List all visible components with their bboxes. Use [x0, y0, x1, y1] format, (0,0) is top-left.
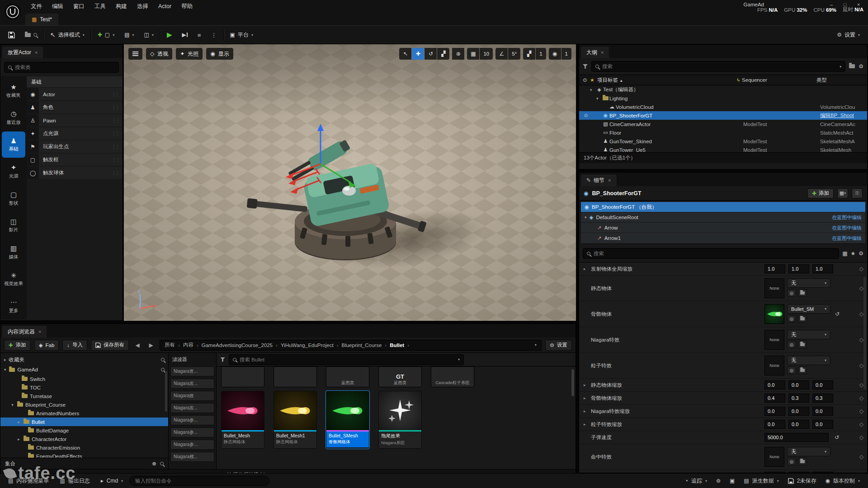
editor-mode-select[interactable]: ↖选择模式▾: [47, 28, 88, 41]
tree-item-animatednumbers[interactable]: AnimatedNumbers: [0, 409, 168, 418]
display-filter-icon[interactable]: ▦: [842, 250, 847, 257]
category-visual-effects[interactable]: ✳视觉效果: [2, 266, 25, 292]
unsaved-button[interactable]: 2未保存: [783, 474, 821, 488]
perspective-select[interactable]: ◇透视: [146, 48, 172, 60]
outliner-settings-icon[interactable]: ⚙: [859, 63, 863, 70]
drag-handle[interactable]: ⋮⋮: [112, 118, 119, 123]
rotate-tool[interactable]: ↺: [425, 48, 437, 60]
x-field[interactable]: 1.0: [764, 264, 785, 273]
category-cinematic[interactable]: ◫影片: [2, 212, 25, 239]
expand-icon[interactable]: ▸: [584, 409, 589, 413]
x-field[interactable]: 0.4: [764, 394, 785, 403]
grid-scrollbar[interactable]: [571, 369, 574, 396]
category-more[interactable]: ⋯更多: [2, 293, 25, 319]
browse-to-asset-icon[interactable]: [798, 289, 807, 297]
console-input-field[interactable]: [129, 476, 269, 486]
filter-chip[interactable]: Niagara参...: [170, 440, 214, 450]
rotation-snap-value[interactable]: 5°: [508, 48, 520, 60]
menu-select[interactable]: 选择: [132, 0, 153, 13]
add-collection-icon[interactable]: ⊕: [152, 460, 156, 467]
reset-diamond-icon[interactable]: ◇: [859, 434, 863, 441]
edit-in-blueprint-link[interactable]: 在蓝图中编辑: [832, 214, 862, 221]
z-field[interactable]: 0.0: [812, 407, 833, 416]
asset-thumbnail[interactable]: None: [764, 278, 784, 298]
x-field[interactable]: 0.0: [764, 380, 785, 389]
category-basic[interactable]: ♟基础: [2, 131, 25, 158]
placement-item-point-light[interactable]: ✦点光源⋮⋮: [27, 127, 123, 140]
tree-scrollbar[interactable]: [165, 371, 167, 412]
viewport-options-button[interactable]: [128, 48, 142, 60]
reset-diamond-icon[interactable]: ◇: [859, 421, 863, 427]
prop-row-particle-effect[interactable]: 粒子特效 None 无▾ ◎ ◇: [579, 353, 867, 379]
z-field[interactable]: 0.3: [812, 394, 833, 403]
play-options-button[interactable]: ⋮: [208, 28, 221, 41]
breadcrumb[interactable]: 所有› 内容› GameAdvertisingCourse_2025› YiHu…: [160, 340, 542, 351]
stop-button[interactable]: ■: [194, 28, 205, 41]
asset-tile-partial[interactable]: GT蓝图类: [378, 366, 422, 387]
placement-search-input[interactable]: [15, 65, 115, 70]
asset-tile-partial[interactable]: [274, 366, 317, 387]
prop-row-bullet-speed[interactable]: 子弹速度 5000.0 ↺ ◇: [579, 431, 867, 444]
asset-dropdown[interactable]: 无▾: [787, 447, 830, 456]
cinematics-button[interactable]: ◫▾: [141, 28, 157, 41]
z-field[interactable]: 0.0: [812, 420, 833, 429]
show-flags-select[interactable]: ◉显示: [206, 48, 233, 60]
prop-row-particle-effect-scale[interactable]: ▸ 粒子特效缩放 0.0 0.0 0.0 ◇: [579, 418, 867, 431]
category-lights[interactable]: ✦光源: [2, 159, 25, 185]
edit-in-blueprint-link[interactable]: 在蓝图中编辑: [832, 235, 862, 242]
outliner-row-bp-shooterforgt[interactable]: ⊙◉BP_ShooterForGT编辑BP_Shoot: [579, 111, 867, 120]
type-column-header[interactable]: 类型: [816, 77, 863, 84]
screenshot-button[interactable]: ⊚: [712, 474, 725, 488]
filter-chip[interactable]: Niagara参...: [170, 427, 214, 437]
select-tool[interactable]: ↖: [399, 48, 411, 60]
asset-tile-trail-effect[interactable]: 拖尾效果Niagara系统: [378, 391, 422, 449]
filter-chip[interactable]: Niagara效: [170, 391, 214, 401]
revert-icon[interactable]: ↺: [835, 434, 839, 441]
console-input[interactable]: [135, 478, 264, 483]
tab-level-test[interactable]: ▦ Test*: [25, 14, 58, 25]
asset-thumbnail[interactable]: [764, 304, 784, 324]
editor-settings-button[interactable]: ⚙设置▾: [833, 28, 863, 41]
add-actor-button[interactable]: ✚▢▾: [94, 28, 118, 41]
filter-chip[interactable]: Niagara发...: [170, 379, 214, 389]
prop-row-skeletal-object[interactable]: 骨骼物体 Bullet_SM▾ ◎ ↺ ◇: [579, 301, 867, 327]
add-component-button[interactable]: ✚添加: [807, 188, 834, 198]
asset-search[interactable]: ▾: [229, 354, 464, 365]
component-row-self[interactable]: ◉BP_ShooterForGT （自我）: [581, 202, 865, 212]
asset-dropdown[interactable]: 无▾: [787, 278, 830, 288]
expand-icon[interactable]: ▸: [584, 267, 589, 271]
view-options-button[interactable]: ▦ ▾: [837, 188, 848, 198]
platforms-button[interactable]: ▣平台▾: [226, 28, 257, 41]
tree-item-characteractor[interactable]: ▸CharacterActor: [0, 435, 168, 443]
menu-tools[interactable]: 工具: [90, 0, 110, 13]
asset-thumbnail[interactable]: None: [764, 330, 784, 350]
reset-diamond-icon[interactable]: ◇: [859, 408, 863, 414]
drag-handle[interactable]: ⋮⋮: [112, 131, 119, 136]
close-icon[interactable]: ×: [35, 50, 38, 55]
menu-help[interactable]: 帮助: [177, 0, 197, 13]
outliner-search-input[interactable]: [602, 64, 836, 69]
y-field[interactable]: 0.0: [788, 407, 809, 416]
camera-speed-value[interactable]: 1: [561, 48, 571, 60]
translate-gizmo[interactable]: [273, 121, 382, 221]
search-icon[interactable]: [161, 358, 165, 361]
menu-build[interactable]: 构建: [111, 0, 132, 13]
outliner-row-volumetriccloud[interactable]: ☁VolumetricCloudVolumetricClou: [579, 103, 867, 111]
prop-row-skeletal-object-scale[interactable]: ▸ 骨骼物体缩放 0.4 0.3 0.3 ◇: [579, 392, 867, 405]
menu-window[interactable]: 窗口: [69, 0, 89, 13]
category-media[interactable]: ▥媒体: [2, 239, 25, 265]
asset-thumbnail[interactable]: None: [764, 356, 784, 375]
viewport-3d[interactable]: ◇透视 ✦光照 ◉显示 ↖ ✚ ↺ ▞ ⊕ ▦ 10 ∠ 5° ▞ 1 ◉ 1: [124, 44, 576, 321]
y-field[interactable]: 0.0: [788, 420, 809, 429]
browse-to-asset-icon[interactable]: [798, 366, 807, 374]
prop-row-hit-effect[interactable]: 命中特效 None 无▾ ◎ ◇: [579, 444, 867, 470]
lock-icon[interactable]: ⚿: [852, 188, 863, 198]
y-field[interactable]: 0.0: [788, 380, 809, 389]
y-field[interactable]: 0.3: [788, 394, 809, 403]
prop-row-niagara-effect[interactable]: Niagara特效 None 无▾ ◎ ◇: [579, 327, 867, 353]
filter-chip[interactable]: Niagara模...: [170, 452, 214, 462]
filter-icon[interactable]: [583, 64, 588, 69]
drag-handle[interactable]: ⋮⋮: [112, 170, 119, 175]
outliner-row-lighting[interactable]: ▾Lighting: [579, 94, 867, 103]
tab-outliner[interactable]: 大纲×: [581, 47, 609, 58]
